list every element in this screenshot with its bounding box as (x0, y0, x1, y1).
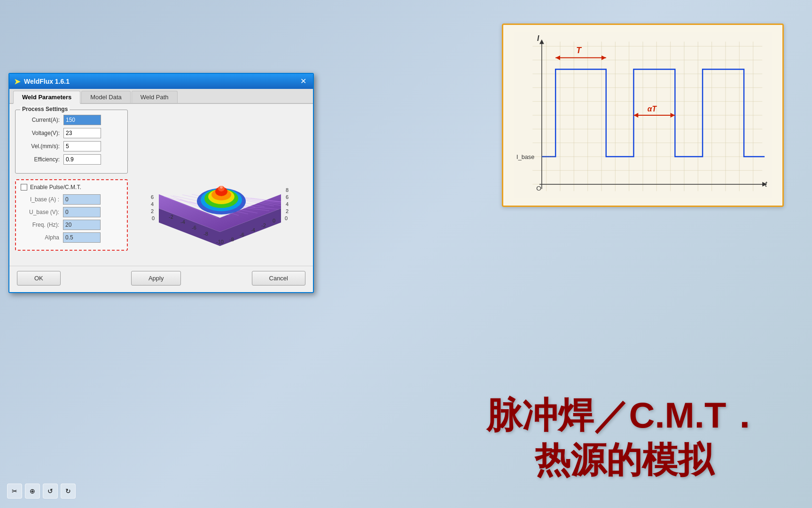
add-icon[interactable]: ⊕ (25, 484, 40, 499)
I-base-label: I_base (516, 153, 534, 160)
axis-label-left-3: 4 (151, 201, 154, 207)
freq-field-row: Freq. (Hz): (21, 220, 122, 230)
aT-label: αT (648, 105, 657, 113)
button-row: OK Apply Cancel (9, 266, 313, 292)
titlebar-left: ➤ WeldFlux 1.6.1 (14, 77, 70, 86)
titlebar: ➤ WeldFlux 1.6.1 ✕ (9, 74, 313, 89)
axis-label-bottom-0: -10 (216, 239, 224, 245)
voltage-field-row: Voltage(V): (21, 128, 122, 138)
heat-hotspot (220, 186, 223, 189)
right-panel: 0 2 4 6 8 0 2 4 6 -10 -8 -6 (128, 110, 307, 260)
axis-label-left-4: 6 (151, 194, 154, 200)
axis-label-bottom-7: -4 (250, 227, 255, 233)
voltage-input[interactable] (63, 128, 101, 138)
app-title: WeldFlux 1.6.1 (24, 78, 70, 85)
pulse-section: Enable Pulse/C.M.T. I_base (A) : U_base … (15, 179, 128, 251)
bottom-toolbar: ✂ ⊕ ↺ ↻ (7, 484, 76, 499)
window-frame: ➤ WeldFlux 1.6.1 ✕ Weld Parameters Model… (8, 73, 314, 293)
chinese-line2: 热源的模拟 (460, 437, 789, 482)
alpha-field-row: Alpha (21, 232, 122, 243)
alpha-label: Alpha (21, 234, 63, 241)
freq-label: Freq. (Hz): (21, 222, 63, 228)
u-base-input[interactable] (63, 207, 101, 217)
axis-label-bottom-3: -4 (180, 219, 185, 225)
T-label: T (576, 46, 582, 55)
cancel-button[interactable]: Cancel (252, 271, 305, 286)
tab-weld-parameters[interactable]: Weld Parameters (13, 91, 80, 104)
i-base-input[interactable] (63, 194, 101, 205)
axis-label-2: 2 (286, 208, 289, 214)
weldflux-dialog: ➤ WeldFlux 1.6.1 ✕ Weld Parameters Model… (8, 73, 314, 293)
axis-label-left-2: 2 (151, 208, 154, 214)
process-settings-group: Process Settings Current(A): Voltage(V):… (15, 110, 128, 174)
app-icon: ➤ (14, 77, 20, 86)
axis-label-bottom-4: -2 (169, 214, 173, 220)
velocity-input[interactable] (63, 141, 101, 151)
pulse-enable-checkbox[interactable] (21, 184, 27, 190)
pulse-chart-container: I t O T αT I_base (502, 24, 784, 207)
scissors-icon[interactable]: ✂ (7, 484, 22, 499)
current-label: Current(A): (21, 117, 63, 123)
tab-weld-path[interactable]: Weld Path (132, 91, 178, 103)
axis-label-bottom-1: -8 (203, 231, 208, 237)
ok-button[interactable]: OK (17, 271, 61, 286)
velocity-field-row: Vel.(mm/s): (21, 141, 122, 151)
u-base-label: U_base (V): (21, 209, 63, 215)
i-base-label: I_base (A) : (21, 196, 63, 203)
axis-label-bottom-5: -8 (229, 237, 234, 242)
current-input[interactable] (63, 115, 101, 125)
freq-input[interactable] (63, 220, 101, 230)
axis-label-bottom-9: 0 (273, 218, 275, 223)
axis-label-1: 0 (285, 215, 288, 221)
pulse-header: Enable Pulse/C.M.T. (21, 184, 122, 190)
close-button[interactable]: ✕ (298, 77, 308, 86)
alpha-input[interactable] (63, 232, 101, 243)
axis-label-bottom-2: -6 (192, 225, 196, 230)
i-base-field-row: I_base (A) : (21, 194, 122, 205)
process-settings-label: Process Settings (20, 106, 70, 112)
u-base-field-row: U_base (V): (21, 207, 122, 217)
pulse-wave-chart: I t O T αT I_base (511, 32, 775, 198)
axis-label-bottom-8: -2 (261, 222, 266, 228)
axis-label-left-1: 0 (152, 215, 155, 221)
axis-label-5: 8 (286, 187, 289, 193)
main-content: Process Settings Current(A): Voltage(V):… (9, 104, 313, 266)
efficiency-input[interactable] (63, 154, 101, 165)
current-field-row: Current(A): (21, 115, 122, 125)
redo-icon[interactable]: ↻ (61, 484, 76, 499)
velocity-label: Vel.(mm/s): (21, 143, 63, 150)
left-panel: Process Settings Current(A): Voltage(V):… (15, 110, 128, 260)
heat-visualization: 0 2 4 6 8 0 2 4 6 -10 -8 -6 (135, 110, 300, 260)
efficiency-label: Efficiency: (21, 156, 63, 163)
axis-label-4: 6 (286, 194, 289, 200)
voltage-label: Voltage(V): (21, 130, 63, 136)
axis-label-3: 4 (286, 201, 289, 207)
chinese-line1: 脉冲焊／C.M.T． (460, 393, 789, 437)
heat-3d-svg: 0 2 4 6 8 0 2 4 6 -10 -8 -6 (135, 110, 304, 251)
origin-label: O (536, 185, 541, 192)
x-axis-label: t (765, 180, 767, 188)
tab-bar: Weld Parameters Model Data Weld Path (9, 89, 313, 104)
efficiency-field-row: Efficiency: (21, 154, 122, 165)
axis-label-bottom-6: -6 (240, 232, 244, 238)
tab-model-data[interactable]: Model Data (81, 91, 130, 103)
chinese-text-container: 脉冲焊／C.M.T． 热源的模拟 (460, 393, 789, 482)
y-axis-label: I (537, 34, 539, 42)
pulse-enable-label: Enable Pulse/C.M.T. (30, 184, 81, 190)
undo-icon[interactable]: ↺ (43, 484, 58, 499)
apply-button[interactable]: Apply (131, 271, 181, 286)
